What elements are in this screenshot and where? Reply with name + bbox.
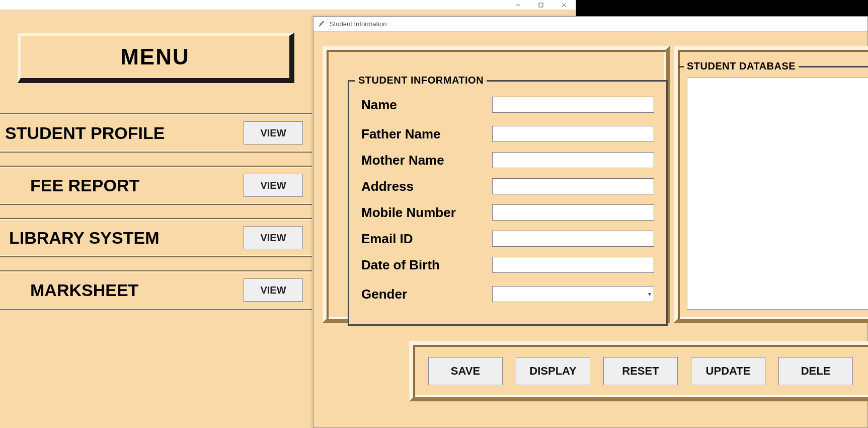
close-icon xyxy=(562,3,567,8)
student-database-listbox[interactable] xyxy=(687,78,868,310)
input-name[interactable] xyxy=(492,97,654,113)
form-row-name: Name xyxy=(361,95,654,115)
menu-label-marksheet: MARKSHEET xyxy=(5,280,138,300)
label-dob: Date of Birth xyxy=(361,257,492,273)
display-button[interactable]: DISPLAY xyxy=(516,357,590,385)
view-button-library-system[interactable]: VIEW xyxy=(244,226,303,249)
input-father-name[interactable] xyxy=(492,126,654,142)
combo-gender-input[interactable] xyxy=(492,286,654,302)
action-button-bar: SAVE DISPLAY RESET UPDATE DELE xyxy=(422,354,868,388)
student-information-body: STUDENT INFORMATION Name Father Name Mot… xyxy=(313,32,867,427)
label-mother-name: Mother Name xyxy=(361,153,492,168)
delete-button[interactable]: DELE xyxy=(778,357,853,385)
view-button-fee-report[interactable]: VIEW xyxy=(244,174,303,197)
menu-row-library-system: LIBRARY SYSTEM VIEW xyxy=(0,218,312,257)
update-button[interactable]: UPDATE xyxy=(691,357,765,385)
student-information-outer-frame: STUDENT INFORMATION Name Father Name Mot… xyxy=(323,46,670,323)
view-button-student-profile[interactable]: VIEW xyxy=(244,121,303,145)
label-mobile: Mobile Number xyxy=(361,205,492,221)
save-button[interactable]: SAVE xyxy=(428,357,503,385)
form-row-email: Email ID xyxy=(361,229,654,249)
label-father-name: Father Name xyxy=(361,126,492,142)
minimize-icon xyxy=(515,3,520,8)
parent-titlebar xyxy=(0,0,576,10)
student-information-form: Name Father Name Mother Name Address xyxy=(361,95,654,310)
menu-row-student-profile: STUDENT PROFILE VIEW xyxy=(0,113,312,153)
menu-panel: MENU STUDENT PROFILE VIEW FEE REPORT VIE… xyxy=(0,10,312,428)
input-mobile[interactable] xyxy=(492,204,654,221)
input-mother-name[interactable] xyxy=(492,152,654,168)
menu-row-fee-report: FEE REPORT VIEW xyxy=(0,166,312,205)
close-button[interactable] xyxy=(553,0,576,10)
form-row-dob: Date of Birth xyxy=(361,255,654,275)
form-row-gender: Gender ▾ xyxy=(361,284,654,304)
label-name: Name xyxy=(361,97,492,113)
maximize-button[interactable] xyxy=(529,0,553,10)
student-information-legend: STUDENT INFORMATION xyxy=(355,75,487,86)
label-gender: Gender xyxy=(361,287,492,302)
menu-header: MENU xyxy=(18,33,294,83)
menu-label-library-system: LIBRARY SYSTEM xyxy=(5,228,159,248)
student-information-title: Student Information xyxy=(330,20,386,28)
maximize-icon xyxy=(538,3,543,8)
action-button-bar-frame: SAVE DISPLAY RESET UPDATE DELE xyxy=(409,341,868,401)
menu-label-student-profile: STUDENT PROFILE xyxy=(5,123,165,143)
svg-rect-1 xyxy=(539,3,543,7)
form-row-mobile: Mobile Number xyxy=(361,202,654,223)
form-row-mother-name: Mother Name xyxy=(361,150,654,170)
label-email: Email ID xyxy=(361,231,492,247)
student-database-outer-frame: STUDENT DATABASE xyxy=(674,46,868,323)
form-row-address: Address xyxy=(361,176,654,196)
reset-button[interactable]: RESET xyxy=(603,357,678,385)
student-information-titlebar[interactable]: Student Information xyxy=(313,17,867,32)
tk-feather-icon xyxy=(318,20,326,28)
input-address[interactable] xyxy=(492,178,654,194)
student-database-legend: STUDENT DATABASE xyxy=(684,60,799,72)
form-row-father-name: Father Name xyxy=(361,124,654,144)
menu-row-marksheet: MARKSHEET VIEW xyxy=(0,270,312,310)
input-email[interactable] xyxy=(492,231,654,247)
student-information-labelframe: STUDENT INFORMATION Name Father Name Mot… xyxy=(348,80,668,326)
student-database-legend-wrap: STUDENT DATABASE xyxy=(678,66,868,67)
student-information-window: Student Information STUDENT INFORMATION … xyxy=(313,16,868,428)
input-dob[interactable] xyxy=(492,257,654,273)
desktop-background-sliver xyxy=(576,0,868,16)
combo-gender[interactable]: ▾ xyxy=(492,286,654,302)
label-address: Address xyxy=(361,179,492,194)
menu-label-fee-report: FEE REPORT xyxy=(5,176,139,195)
minimize-button[interactable] xyxy=(506,0,529,10)
view-button-marksheet[interactable]: VIEW xyxy=(244,278,303,302)
